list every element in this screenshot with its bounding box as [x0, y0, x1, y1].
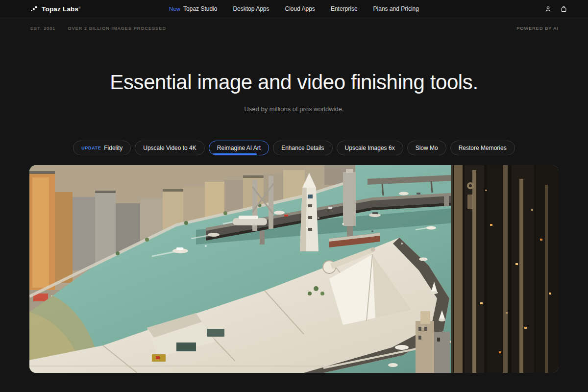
tab-label: Enhance Details: [281, 145, 324, 151]
tab-enhance-details[interactable]: Enhance Details: [273, 141, 332, 155]
nav-item-label: Plans and Pricing: [373, 5, 419, 12]
nav-actions: [544, 5, 567, 13]
tab-reimagine-ai-art[interactable]: Reimagine AI Art: [209, 141, 269, 155]
tab-restore-memories[interactable]: Restore Memories: [450, 141, 515, 155]
update-badge: UPDATE: [81, 146, 101, 150]
tab-upscale-video-4k[interactable]: Upscale Video to 4K: [135, 141, 205, 155]
feature-tabs: UPDATE Fidelity Upscale Video to 4K Reim…: [0, 141, 588, 155]
dark-skyscrapers: [451, 165, 559, 373]
nav-item-desktop-apps[interactable]: Desktop Apps: [233, 5, 269, 12]
info-strip-left: EST. 2001 OVER 2 BILLION IMAGES PROCESSE…: [30, 26, 166, 31]
tab-fidelity[interactable]: UPDATE Fidelity: [73, 141, 131, 155]
nav-item-label: Topaz Studio: [183, 5, 217, 12]
images-processed-label: OVER 2 BILLION IMAGES PROCESSED: [68, 26, 166, 31]
tab-label: Reimagine AI Art: [217, 145, 261, 151]
tab-progress-bar: [213, 153, 257, 155]
tab-slow-mo[interactable]: Slow Mo: [407, 141, 446, 155]
tab-label: Restore Memories: [459, 145, 507, 151]
page-title: Essential image and video finishing tool…: [0, 71, 588, 94]
new-badge: New: [169, 6, 180, 12]
hero-section: Essential image and video finishing tool…: [0, 71, 588, 373]
nav-item-label: Cloud Apps: [285, 5, 315, 12]
main-nav: New Topaz Studio Desktop Apps Cloud Apps…: [169, 5, 419, 12]
trademark: ®: [78, 6, 81, 9]
brand-name: Topaz Labs®: [42, 5, 81, 13]
powered-by-label: POWERED BY AI: [516, 26, 559, 31]
cart-icon[interactable]: [560, 5, 567, 13]
top-nav: Topaz Labs® New Topaz Studio Desktop App…: [0, 0, 588, 18]
established-label: EST. 2001: [30, 26, 55, 31]
tab-label: Slow Mo: [416, 145, 438, 151]
nav-item-plans-pricing[interactable]: Plans and Pricing: [373, 5, 419, 12]
tab-label: Upscale Video to 4K: [143, 145, 196, 151]
account-icon[interactable]: [544, 5, 552, 13]
tab-label: Upscale Images 6x: [345, 145, 395, 151]
tab-upscale-images-6x[interactable]: Upscale Images 6x: [337, 141, 403, 155]
info-strip: EST. 2001 OVER 2 BILLION IMAGES PROCESSE…: [0, 18, 588, 38]
tab-label: Fidelity: [104, 145, 122, 151]
feature-showcase-image: [29, 165, 559, 373]
nav-item-cloud-apps[interactable]: Cloud Apps: [285, 5, 315, 12]
topaz-logo-icon: [30, 5, 37, 12]
nav-item-topaz-studio[interactable]: New Topaz Studio: [169, 5, 217, 12]
brand[interactable]: Topaz Labs®: [30, 5, 81, 13]
nav-item-label: Enterprise: [331, 5, 358, 12]
nav-item-label: Desktop Apps: [233, 5, 269, 12]
page-subtitle: Used by millions of pros worldwide.: [0, 105, 588, 113]
nav-item-enterprise[interactable]: Enterprise: [331, 5, 358, 12]
